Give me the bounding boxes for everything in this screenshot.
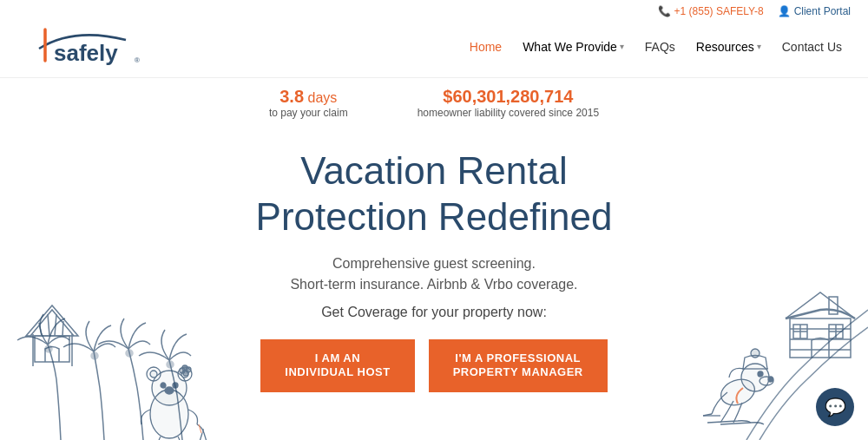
stat-days-number: 3.8 days [269,87,348,107]
divider [0,77,868,78]
chevron-down-icon-2: ▾ [757,42,761,51]
phone-label: +1 (855) SAFELY-8 [674,5,764,17]
portal-icon: 👤 [778,5,791,17]
stat-days-label: to pay your claim [269,107,348,119]
cta-buttons: I AM AN INDIVIDUAL HOST I'M A PROFESSION… [0,339,868,393]
top-bar: 📞 +1 (855) SAFELY-8 👤 Client Portal [0,0,868,23]
client-portal-link[interactable]: 👤 Client Portal [778,5,851,17]
nav-contact[interactable]: Contact Us [782,40,842,54]
hero-title: Vacation Rental Protection Redefined [0,148,868,240]
nav-what-we-provide[interactable]: What We Provide ▾ [523,40,624,54]
hero-sub1: Comprehensive guest screening. [0,256,868,272]
nav-home[interactable]: Home [470,40,502,54]
phone-icon: 📞 [658,5,671,17]
logo: safely ® [26,23,148,70]
svg-text:safely: safely [54,40,118,66]
stat-days: 3.8 days to pay your claim [269,87,348,119]
btn-professional-manager[interactable]: I'M A PROFESSIONAL PROPERTY MANAGER [429,339,608,393]
stat-money-label: homeowner liability covered since 2015 [418,107,599,119]
hero-get-coverage: Get Coverage for your property now: [0,305,868,320]
hero-section: Vacation Rental Protection Redefined Com… [0,131,868,401]
stats-bar: 3.8 days to pay your claim $60,301,280,7… [0,82,868,131]
logo-area: safely ® [26,23,148,70]
svg-line-29 [199,424,201,433]
nav-resources-label: Resources [696,40,754,54]
nav-resources[interactable]: Resources ▾ [696,40,761,54]
btn-individual-host[interactable]: I AM AN INDIVIDUAL HOST [260,339,414,393]
hero-title-line1: Vacation Rental [300,149,567,192]
svg-line-48 [703,414,712,416]
main-nav: Home What We Provide ▾ FAQs Resources ▾ … [470,40,842,54]
nav-faqs[interactable]: FAQs [645,40,675,54]
chevron-down-icon: ▾ [620,42,624,51]
header: safely ® Home What We Provide ▾ FAQs Res… [0,23,868,77]
chat-bubble[interactable]: 💬 [816,388,854,426]
hero-title-line2: Protection Redefined [256,195,613,238]
nav-what-we-provide-label: What We Provide [523,40,617,54]
chat-icon: 💬 [825,397,846,417]
stat-money: $60,301,280,714 homeowner liability cove… [418,87,599,119]
portal-label: Client Portal [794,5,851,17]
stat-days-word: days [308,90,338,105]
phone-link[interactable]: 📞 +1 (855) SAFELY-8 [658,5,764,17]
hero-sub2: Short-term insurance. Airbnb & Vrbo cove… [0,277,868,292]
svg-text:®: ® [135,56,140,64]
stat-money-number: $60,301,280,714 [418,87,599,107]
